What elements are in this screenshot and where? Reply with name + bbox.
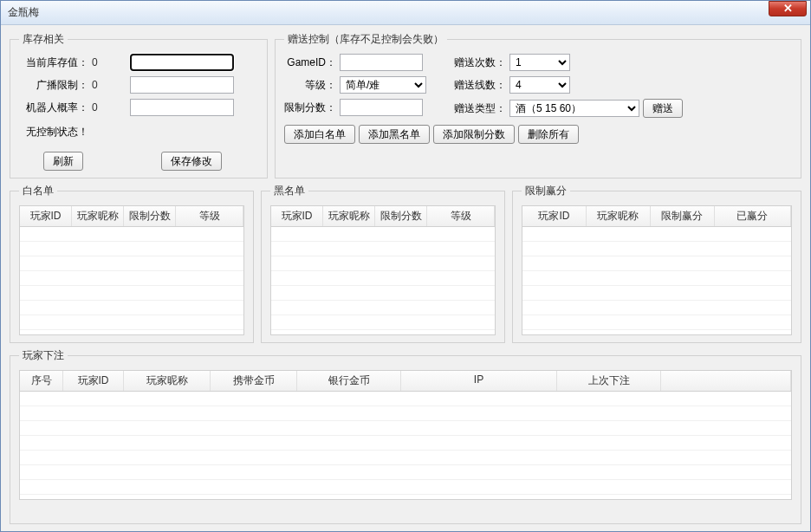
add-whitelist-button[interactable]: 添加白名单 bbox=[284, 125, 355, 144]
blacklist-table[interactable]: 玩家ID 玩家昵称 限制分数 等级 bbox=[270, 205, 496, 335]
inventory-group: 库存相关 当前库存值： 0 广播限制： 0 机器人概率： 0 无控制状态！ 刷新… bbox=[10, 32, 268, 178]
bets-th-seq[interactable]: 序号 bbox=[20, 371, 63, 391]
bets-th-last[interactable]: 上次下注 bbox=[557, 371, 661, 391]
bets-header: 序号 玩家ID 玩家昵称 携带金币 银行金币 IP 上次下注 bbox=[20, 371, 791, 392]
gift-top: GameID： 等级： 简单/难 限制分数： bbox=[284, 54, 792, 118]
robot-rate-value: 0 bbox=[92, 101, 127, 114]
limitwin-legend: 限制赢分 bbox=[522, 184, 570, 198]
whitelist-table[interactable]: 玩家ID 玩家昵称 限制分数 等级 bbox=[19, 205, 244, 335]
limitwin-th-limit[interactable]: 限制赢分 bbox=[651, 206, 715, 226]
whitelist-th-id[interactable]: 玩家ID bbox=[20, 206, 72, 226]
bets-th-ip[interactable]: IP bbox=[401, 371, 557, 391]
inventory-buttons: 刷新 保存修改 bbox=[19, 152, 258, 171]
gift-left-col: GameID： 等级： 简单/难 限制分数： bbox=[284, 54, 426, 118]
bets-group: 玩家下注 序号 玩家ID 玩家昵称 携带金币 银行金币 IP 上次下注 bbox=[10, 348, 801, 524]
gift-type-select[interactable]: 酒（5 15 60） bbox=[509, 100, 639, 117]
whitelist-group: 白名单 玩家ID 玩家昵称 限制分数 等级 bbox=[10, 184, 254, 343]
whitelist-legend: 白名单 bbox=[19, 184, 57, 198]
close-icon: ✕ bbox=[783, 2, 793, 15]
top-row: 库存相关 当前库存值： 0 广播限制： 0 机器人概率： 0 无控制状态！ 刷新… bbox=[10, 32, 801, 178]
whitelist-th-score[interactable]: 限制分数 bbox=[124, 206, 176, 226]
limitwin-th-won[interactable]: 已赢分 bbox=[715, 206, 791, 226]
gift-button[interactable]: 赠送 bbox=[643, 99, 683, 118]
broadcast-limit-label: 广播限制： bbox=[19, 78, 88, 93]
blacklist-legend: 黑名单 bbox=[270, 184, 308, 198]
robot-rate-label: 机器人概率： bbox=[19, 101, 88, 115]
blacklist-group: 黑名单 玩家ID 玩家昵称 限制分数 等级 bbox=[261, 184, 505, 343]
blacklist-th-score[interactable]: 限制分数 bbox=[375, 206, 427, 226]
gift-type-label: 赠送类型： bbox=[452, 101, 506, 116]
blacklist-th-level[interactable]: 等级 bbox=[427, 206, 495, 226]
broadcast-limit-value: 0 bbox=[92, 79, 127, 91]
bets-th-nick[interactable]: 玩家昵称 bbox=[124, 371, 211, 391]
limitwin-group: 限制赢分 玩家ID 玩家昵称 限制赢分 已赢分 bbox=[512, 184, 801, 343]
limitwin-body bbox=[522, 227, 791, 330]
gift-lines-select[interactable]: 4 bbox=[509, 76, 570, 94]
refresh-button[interactable]: 刷新 bbox=[43, 152, 83, 171]
gift-right-col: 赠送次数： 1 赠送线数： 4 赠送类型： bbox=[452, 54, 683, 118]
delete-all-button[interactable]: 删除所有 bbox=[518, 125, 579, 144]
add-blacklist-button[interactable]: 添加黑名单 bbox=[359, 125, 430, 144]
bets-th-filler bbox=[661, 371, 791, 391]
lists-row: 白名单 玩家ID 玩家昵称 限制分数 等级 黑名单 bbox=[10, 184, 801, 343]
control-status: 无控制状态！ bbox=[26, 125, 258, 139]
window-title: 金瓶梅 bbox=[8, 5, 769, 20]
blacklist-th-id[interactable]: 玩家ID bbox=[271, 206, 323, 226]
main-window: 金瓶梅 ✕ 库存相关 当前库存值： 0 广播限制： 0 机器人概率： 0 bbox=[0, 0, 811, 532]
inventory-legend: 库存相关 bbox=[19, 32, 68, 47]
blacklist-header: 玩家ID 玩家昵称 限制分数 等级 bbox=[271, 206, 495, 227]
close-button[interactable]: ✕ bbox=[769, 1, 807, 16]
bets-th-carry[interactable]: 携带金币 bbox=[211, 371, 297, 391]
broadcast-limit-input[interactable] bbox=[130, 76, 234, 94]
bets-th-bank[interactable]: 银行金币 bbox=[297, 371, 401, 391]
limitwin-table[interactable]: 玩家ID 玩家昵称 限制赢分 已赢分 bbox=[522, 205, 792, 335]
limitwin-th-id[interactable]: 玩家ID bbox=[522, 206, 587, 226]
gift-group: 赠送控制（库存不足控制会失败） GameID： 等级： 简单/难 bbox=[275, 32, 801, 178]
whitelist-th-nick[interactable]: 玩家昵称 bbox=[72, 206, 124, 226]
level-label: 等级： bbox=[284, 78, 336, 93]
gift-lines-label: 赠送线数： bbox=[452, 78, 506, 93]
add-limit-score-button[interactable]: 添加限制分数 bbox=[433, 125, 515, 144]
gift-legend: 赠送控制（库存不足控制会失败） bbox=[284, 32, 447, 47]
bets-body bbox=[20, 392, 791, 495]
gift-count-select[interactable]: 1 bbox=[509, 54, 570, 71]
whitelist-body bbox=[20, 227, 243, 330]
limitwin-th-nick[interactable]: 玩家昵称 bbox=[587, 206, 651, 226]
current-stock-input[interactable] bbox=[130, 54, 234, 71]
gameid-label: GameID： bbox=[284, 55, 336, 70]
gift-action-buttons: 添加白名单 添加黑名单 添加限制分数 删除所有 bbox=[284, 125, 792, 144]
bets-th-id[interactable]: 玩家ID bbox=[63, 371, 124, 391]
blacklist-body bbox=[271, 227, 495, 330]
level-select[interactable]: 简单/难 bbox=[340, 76, 426, 94]
bets-table[interactable]: 序号 玩家ID 玩家昵称 携带金币 银行金币 IP 上次下注 bbox=[19, 370, 792, 500]
titlebar: 金瓶梅 ✕ bbox=[1, 1, 810, 25]
whitelist-header: 玩家ID 玩家昵称 限制分数 等级 bbox=[20, 206, 243, 227]
limitwin-header: 玩家ID 玩家昵称 限制赢分 已赢分 bbox=[522, 206, 791, 227]
limit-score-input[interactable] bbox=[340, 99, 423, 116]
gameid-input[interactable] bbox=[340, 54, 423, 71]
bets-legend: 玩家下注 bbox=[19, 348, 68, 363]
current-stock-value: 0 bbox=[92, 56, 127, 68]
whitelist-th-level[interactable]: 等级 bbox=[176, 206, 243, 226]
content-area: 库存相关 当前库存值： 0 广播限制： 0 机器人概率： 0 无控制状态！ 刷新… bbox=[1, 25, 810, 531]
robot-rate-input[interactable] bbox=[130, 99, 234, 116]
current-stock-label: 当前库存值： bbox=[19, 55, 88, 70]
save-button[interactable]: 保存修改 bbox=[161, 152, 222, 171]
inventory-grid: 当前库存值： 0 广播限制： 0 机器人概率： 0 bbox=[19, 54, 258, 116]
limit-score-label: 限制分数： bbox=[284, 101, 336, 115]
blacklist-th-nick[interactable]: 玩家昵称 bbox=[323, 206, 375, 226]
gift-count-label: 赠送次数： bbox=[452, 55, 506, 70]
